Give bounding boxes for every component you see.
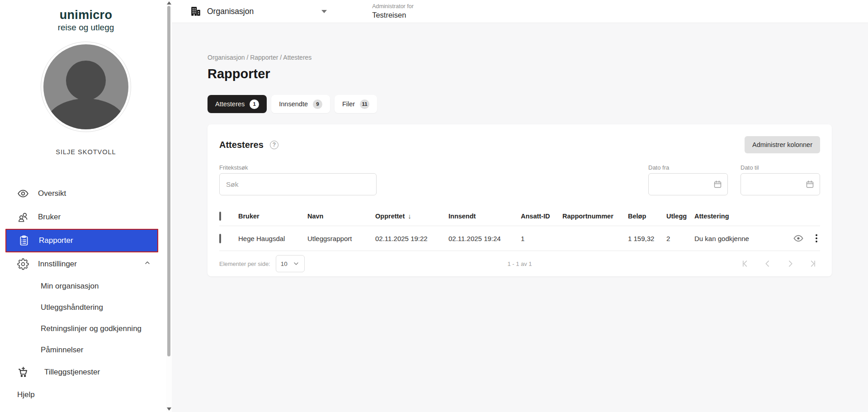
search-field-label: Fritekstsøk: [219, 164, 377, 171]
sidebar-item-label: Tilleggstjenester: [44, 368, 100, 377]
tab-label: Innsendte: [279, 100, 308, 108]
sidebar-item-label: Oversikt: [38, 189, 66, 198]
main-area: Organisasjon Administrator for Testreise…: [172, 0, 868, 412]
select-all-checkbox[interactable]: [219, 212, 221, 221]
column-header-ansatt-id[interactable]: Ansatt-ID: [521, 213, 562, 220]
scrollbar-thumb[interactable]: [167, 6, 170, 356]
tab-filer[interactable]: Filer 11: [335, 95, 377, 113]
app-logo: unimicro reise og utlegg: [0, 8, 172, 33]
per-page-label: Elementer per side:: [219, 260, 270, 267]
sidebar-item-bruker[interactable]: Bruker: [0, 205, 172, 229]
sidebar-subitem-utleggshandtering[interactable]: Utleggshåndtering: [0, 297, 172, 318]
per-page-select[interactable]: 10: [276, 255, 305, 272]
last-page-button[interactable]: [808, 259, 817, 268]
sidebar-subitem-retningslinjer[interactable]: Retningslinjer og godkjenning: [0, 318, 172, 340]
cell-attestering: Du kan godkjenne: [694, 235, 776, 242]
topbar: Organisasjon Administrator for Testreise…: [172, 0, 868, 23]
users-icon: [17, 211, 29, 223]
cell-bruker: Hege Haugsdal: [238, 235, 307, 242]
scroll-up-arrow-icon[interactable]: [167, 1, 171, 5]
date-to-label: Dato til: [741, 164, 820, 171]
admin-caption: Administrator for: [372, 3, 414, 10]
help-icon[interactable]: ?: [270, 141, 278, 149]
avatar-placeholder-image: [43, 44, 128, 129]
column-header-bruker[interactable]: Bruker: [238, 213, 307, 220]
user-name: SILJE SKOTVOLL: [0, 148, 172, 156]
clipboard-icon: [18, 235, 30, 246]
column-header-rapportnummer[interactable]: Rapportnummer: [562, 213, 628, 220]
column-header-navn[interactable]: Navn: [307, 213, 375, 220]
next-page-button[interactable]: [786, 259, 795, 268]
avatar: [41, 42, 131, 132]
organisation-selector-label: Organisasjon: [207, 7, 254, 16]
table-header-row: Bruker Navn Opprettet↓ Innsendt Ansatt-I…: [219, 206, 820, 226]
sidebar-subitem-label: Min organisasjon: [41, 282, 99, 291]
avatar-body-shape: [46, 99, 126, 129]
table-footer: Elementer per side: 10 1 - 1 av 1: [219, 251, 820, 276]
tab-attesteres[interactable]: Attesteres 1: [208, 95, 267, 113]
sidebar-item-innstillinger[interactable]: Innstillinger: [0, 252, 172, 276]
building-icon: [190, 5, 202, 17]
cell-navn: Utleggsrapport: [307, 235, 375, 242]
date-from-label: Dato fra: [648, 164, 728, 171]
cell-opprettet: 02.11.2025 19:22: [375, 235, 448, 242]
sidebar-subitem-label: Retningslinjer og godkjenning: [41, 324, 142, 333]
sidebar-item-rapporter[interactable]: Rapporter: [5, 229, 158, 252]
column-header-label: Opprettet: [375, 213, 405, 220]
caret-down-icon: [321, 10, 327, 13]
sidebar-item-oversikt[interactable]: Oversikt: [0, 182, 172, 205]
tab-list: Attesteres 1 Innsendte 9 Filer 11: [208, 95, 868, 113]
column-header-attestering[interactable]: Attestering: [694, 213, 776, 220]
view-report-eye-icon[interactable]: [793, 233, 804, 244]
logo-tagline: reise og utlegg: [0, 23, 172, 33]
column-header-belop[interactable]: Beløp: [628, 213, 666, 220]
avatar-head-shape: [66, 61, 106, 100]
manage-columns-button[interactable]: Administrer kolonner: [745, 136, 820, 153]
column-header-opprettet[interactable]: Opprettet↓: [375, 212, 448, 220]
attesteres-card: Attesteres ? Administrer kolonner Fritek…: [208, 124, 832, 276]
sidebar-item-label: Hjelp: [17, 390, 35, 399]
sidebar-subitem-label: Utleggshåndtering: [41, 303, 103, 312]
sidebar-item-label: Innstillinger: [38, 260, 77, 269]
page-title: Rapporter: [208, 66, 868, 81]
chevron-up-icon: [144, 259, 151, 269]
pagination-controls: [741, 259, 820, 268]
row-checkbox[interactable]: [219, 234, 221, 243]
sidebar-item-hjelp[interactable]: Hjelp: [0, 384, 172, 406]
first-page-button[interactable]: [741, 259, 750, 268]
free-text-search-field: Fritekstsøk: [219, 164, 377, 195]
search-input[interactable]: [219, 173, 377, 195]
gear-icon: [17, 258, 29, 270]
filter-bar: Fritekstsøk Dato fra: [219, 164, 820, 195]
sidebar-subitem-min-organisasjon[interactable]: Min organisasjon: [0, 276, 172, 297]
company-name: Testreisen: [372, 10, 414, 20]
row-actions: [776, 233, 820, 244]
table-row[interactable]: Hege Haugsdal Utleggsrapport 02.11.2025 …: [219, 226, 820, 251]
cell-ansatt-id: 1: [521, 235, 562, 242]
row-menu-kebab-icon[interactable]: [816, 234, 817, 242]
scroll-down-arrow-icon[interactable]: [167, 407, 171, 411]
card-title: Attesteres: [219, 140, 264, 150]
tab-count-badge: 11: [360, 99, 369, 109]
tab-count-badge: 1: [250, 99, 259, 109]
sidebar-subitem-paminnelser[interactable]: Påminnelser: [0, 340, 172, 361]
tab-innsendte[interactable]: Innsendte 9: [271, 95, 330, 113]
sidebar-item-tilleggstjenester[interactable]: Tilleggstjenester: [0, 361, 172, 384]
date-from-field: Dato fra: [648, 164, 728, 195]
breadcrumb[interactable]: Organisasjon / Rapporter / Attesteres: [208, 54, 868, 61]
app-window: unimicro reise og utlegg SILJE SKOTVOLL …: [0, 0, 868, 412]
sidebar-item-label: Bruker: [38, 213, 61, 222]
organisation-selector[interactable]: Organisasjon: [190, 5, 327, 17]
cart-plus-icon: [17, 366, 29, 378]
previous-page-button[interactable]: [763, 259, 772, 268]
calendar-icon[interactable]: [713, 180, 722, 191]
chevron-down-icon: [292, 260, 300, 267]
calendar-icon[interactable]: [805, 180, 815, 191]
sidebar-subitem-label: Påminnelser: [41, 346, 84, 355]
admin-context: Administrator for Testreisen: [372, 3, 414, 19]
column-header-innsendt[interactable]: Innsendt: [448, 213, 521, 220]
column-header-utlegg[interactable]: Utlegg: [666, 213, 694, 220]
sort-desc-icon: ↓: [408, 212, 411, 220]
reports-table: Bruker Navn Opprettet↓ Innsendt Ansatt-I…: [219, 206, 820, 251]
sidebar-scrollbar[interactable]: [166, 0, 172, 412]
